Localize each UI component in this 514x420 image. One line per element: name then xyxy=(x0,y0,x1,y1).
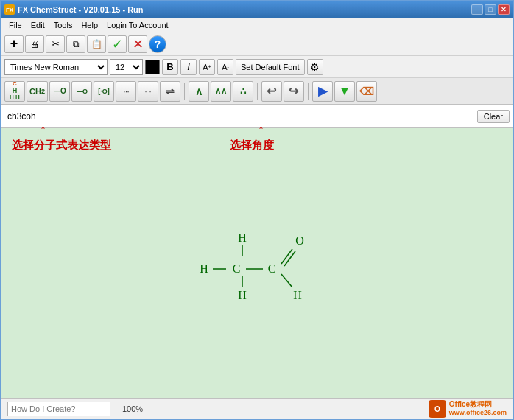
ch2-button[interactable]: CH2 xyxy=(27,81,48,102)
bold-button[interactable]: B xyxy=(162,59,178,75)
font-size-select[interactable]: 12 xyxy=(110,59,143,75)
svg-text:H: H xyxy=(200,262,208,275)
superscript-button[interactable]: A+ xyxy=(199,59,215,75)
annotation-label2: 选择角度 xyxy=(230,139,274,153)
cut-button[interactable]: ✂ xyxy=(46,35,65,53)
help-button[interactable]: ? xyxy=(149,35,166,53)
separator2 xyxy=(257,83,258,100)
input-area: Clear xyxy=(1,105,513,128)
separator1 xyxy=(184,83,185,100)
chemical-structure: H H C C H O H xyxy=(176,214,338,332)
svg-text:H: H xyxy=(293,289,302,301)
svg-text:C: C xyxy=(268,262,276,275)
zoom-level: 100% xyxy=(122,405,143,413)
title-bar-left: FX FX ChemStruct - V20.01.15 - Run xyxy=(4,4,144,15)
color-picker[interactable] xyxy=(145,60,160,74)
app-window: FX FX ChemStruct - V20.01.15 - Run — □ ✕… xyxy=(0,0,514,420)
close-button[interactable]: ✕ xyxy=(498,4,510,15)
undo-button[interactable]: ↩ xyxy=(261,81,282,102)
window-title: FX ChemStruct - V20.01.15 - Run xyxy=(18,5,144,14)
svg-text:O: O xyxy=(434,405,440,413)
copy-button[interactable]: ⧉ xyxy=(66,35,85,53)
maximize-button[interactable]: □ xyxy=(485,4,496,15)
canvas-area: H H C C H O H xyxy=(1,159,513,398)
down-button[interactable]: ▼ xyxy=(334,81,355,102)
redo-button[interactable]: ↪ xyxy=(284,81,304,102)
minimize-button[interactable]: — xyxy=(471,4,483,15)
how-create-input[interactable] xyxy=(7,402,110,416)
add-button[interactable]: + xyxy=(4,35,24,53)
settings-button[interactable]: ⚙ xyxy=(307,59,323,75)
svg-text:H: H xyxy=(238,231,247,244)
double-arrow-button[interactable]: ⇌ xyxy=(160,81,180,102)
annotation-area: ↑ ↑ 选择分子式表达类型 选择角度 xyxy=(1,128,513,159)
confirm-button[interactable]: ✓ xyxy=(108,35,127,53)
menu-bar: File Edit Tools Help Login To Account xyxy=(1,18,513,32)
menu-login[interactable]: Login To Account xyxy=(102,19,173,31)
svg-text:H: H xyxy=(238,289,247,301)
dots2-button[interactable]: · · xyxy=(138,81,158,102)
annotation-arrow1-icon: ↑ xyxy=(40,122,46,138)
title-bar: FX FX ChemStruct - V20.01.15 - Run — □ ✕ xyxy=(1,1,513,18)
dots-button[interactable]: ··· xyxy=(116,81,136,102)
subscript-button[interactable]: A- xyxy=(217,59,233,75)
ch-button[interactable]: C H H H xyxy=(4,81,25,102)
eraser-button[interactable]: ⌫ xyxy=(356,81,377,102)
annotation-arrow2-icon: ↑ xyxy=(258,122,264,138)
italic-button[interactable]: I xyxy=(180,59,197,75)
peak2-button[interactable]: ∧∧ xyxy=(211,81,231,102)
paste-button[interactable]: 📋 xyxy=(87,35,106,53)
svg-line-10 xyxy=(284,251,295,266)
dots3-button[interactable]: ∴ xyxy=(233,81,253,102)
menu-edit[interactable]: Edit xyxy=(27,19,49,31)
svg-text:C: C xyxy=(233,262,241,275)
bond-o-button[interactable]: —O xyxy=(49,81,70,102)
svg-line-12 xyxy=(281,274,292,287)
menu-help[interactable]: Help xyxy=(77,19,102,31)
status-bar: 100% O Office教程网 www.office26.com xyxy=(1,398,513,419)
menu-tools[interactable]: Tools xyxy=(49,19,77,31)
print-button[interactable]: 🖨 xyxy=(25,35,44,53)
clear-button[interactable]: Clear xyxy=(477,110,510,123)
cancel-button[interactable]: ✕ xyxy=(128,35,147,53)
peak1-button[interactable]: ∧ xyxy=(189,81,209,102)
forward-button[interactable]: ▶ xyxy=(312,81,333,102)
title-buttons: — □ ✕ xyxy=(471,4,510,15)
separator3 xyxy=(308,83,309,100)
toolbar1: + 🖨 ✂ ⧉ 📋 ✓ ✕ ? xyxy=(1,32,513,56)
chem-input[interactable] xyxy=(4,108,477,125)
svg-text:O: O xyxy=(295,234,304,247)
font-name-select[interactable]: Times New Roman xyxy=(4,59,108,75)
toolbar3: C H H H CH2 —O —Ō [·O] ··· · · ⇌ ∧ ∧∧ ∴ … xyxy=(1,78,513,105)
svg-line-9 xyxy=(281,249,292,264)
office-icon: O xyxy=(429,400,446,418)
annotation-label1: 选择分子式表达类型 xyxy=(12,139,111,153)
menu-file[interactable]: File xyxy=(4,19,27,31)
app-icon: FX xyxy=(4,4,15,15)
office-badge: O Office教程网 www.office26.com xyxy=(429,400,507,418)
set-default-font-button[interactable]: Set Default Font xyxy=(236,59,305,75)
toolbar2: Times New Roman 12 B I A+ A- Set Default… xyxy=(1,56,513,78)
bond-o-up-button[interactable]: —Ō xyxy=(71,81,92,102)
office-text-label: Office教程网 www.office26.com xyxy=(449,400,507,417)
bond-o-bracket-button[interactable]: [·O] xyxy=(94,81,114,102)
